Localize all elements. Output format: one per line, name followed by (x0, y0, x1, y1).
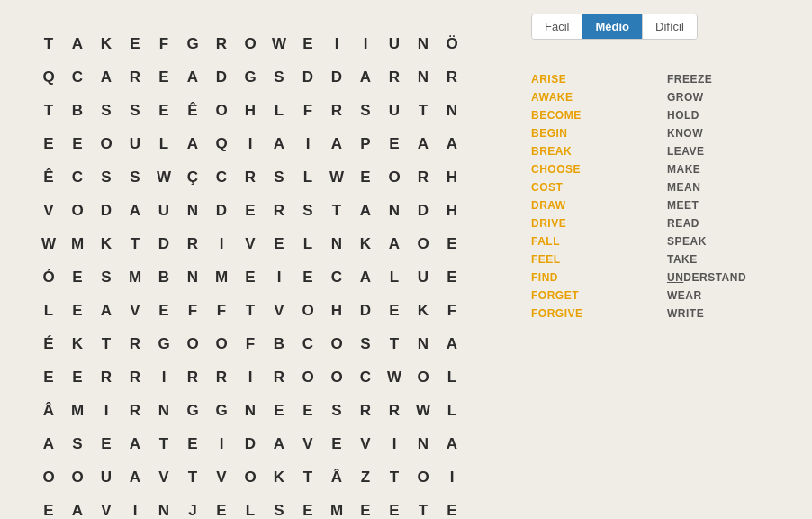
grid-cell[interactable]: O (295, 294, 320, 328)
grid-cell[interactable]: E (295, 27, 320, 61)
grid-cell[interactable]: D (209, 194, 234, 228)
difficulty-btn-fácil[interactable]: Fácil (532, 14, 582, 39)
grid-cell[interactable]: V (266, 294, 292, 328)
grid-cell[interactable]: V (151, 460, 176, 495)
grid-cell[interactable]: W (382, 360, 407, 395)
grid-cell[interactable]: O (324, 327, 349, 361)
grid-cell[interactable]: D (295, 60, 320, 95)
grid-cell[interactable]: S (122, 94, 148, 128)
verb-item-feel[interactable]: FEEL (531, 250, 658, 269)
grid-cell[interactable]: R (266, 360, 292, 395)
grid-cell[interactable]: A (65, 27, 90, 61)
grid-cell[interactable]: A (353, 60, 378, 95)
grid-cell[interactable]: N (180, 194, 205, 228)
grid-cell[interactable]: D (238, 427, 263, 461)
grid-cell[interactable]: O (209, 94, 234, 128)
grid-cell[interactable]: E (238, 260, 263, 295)
grid-cell[interactable]: R (209, 27, 234, 61)
grid-cell[interactable]: R (122, 327, 148, 361)
grid-cell[interactable]: A (439, 327, 465, 361)
verb-item-take[interactable]: TAKE (667, 250, 794, 269)
grid-cell[interactable]: A (439, 427, 465, 461)
grid-cell[interactable]: Ö (439, 27, 465, 61)
grid-cell[interactable]: Â (324, 460, 349, 495)
grid-cell[interactable]: J (180, 494, 205, 519)
grid-cell[interactable]: W (36, 227, 61, 261)
grid-cell[interactable]: Ê (180, 94, 205, 128)
grid-cell[interactable]: A (266, 127, 292, 161)
grid-cell[interactable]: I (382, 427, 407, 461)
grid-cell[interactable]: S (324, 394, 349, 428)
grid-cell[interactable]: A (353, 260, 378, 295)
grid-cell[interactable]: S (122, 160, 148, 195)
grid-cell[interactable]: E (382, 127, 407, 161)
grid-cell[interactable]: K (94, 27, 119, 61)
grid-cell[interactable]: L (266, 94, 292, 128)
grid-cell[interactable]: L (295, 227, 320, 261)
grid-cell[interactable]: K (266, 460, 292, 495)
grid-cell[interactable]: E (151, 60, 176, 95)
grid-cell[interactable]: W (324, 160, 349, 195)
grid-cell[interactable]: H (324, 294, 349, 328)
grid-cell[interactable]: N (180, 260, 205, 295)
verb-item-break[interactable]: BREAK (531, 142, 658, 160)
grid-cell[interactable]: R (94, 360, 119, 395)
grid-cell[interactable]: E (65, 360, 90, 395)
grid-cell[interactable]: R (122, 60, 148, 95)
grid-cell[interactable]: W (411, 394, 436, 428)
grid-cell[interactable]: E (266, 227, 292, 261)
grid-cell[interactable]: D (209, 60, 234, 95)
grid-cell[interactable]: A (353, 194, 378, 228)
grid-cell[interactable]: L (439, 360, 465, 395)
grid-cell[interactable]: O (238, 460, 263, 495)
grid-cell[interactable]: E (122, 27, 148, 61)
grid-cell[interactable]: T (411, 494, 436, 519)
verb-item-read[interactable]: READ (667, 214, 794, 232)
grid-cell[interactable]: C (209, 160, 234, 195)
grid-cell[interactable]: L (151, 127, 176, 161)
grid-cell[interactable]: I (238, 360, 263, 395)
verb-item-grow[interactable]: GROW (667, 88, 794, 106)
grid-cell[interactable]: A (36, 427, 61, 461)
grid-cell[interactable]: E (353, 494, 378, 519)
grid-cell[interactable]: F (238, 327, 263, 361)
grid-cell[interactable]: W (266, 27, 292, 61)
grid-cell[interactable]: S (295, 194, 320, 228)
grid-cell[interactable]: A (94, 60, 119, 95)
grid-cell[interactable]: S (94, 260, 119, 295)
grid-cell[interactable]: Â (36, 394, 61, 428)
verb-item-choose[interactable]: CHOOSE (531, 160, 658, 178)
grid-cell[interactable]: N (382, 194, 407, 228)
grid-cell[interactable]: V (94, 494, 119, 519)
grid-cell[interactable]: R (122, 360, 148, 395)
verb-item-meet[interactable]: MEET (667, 196, 794, 214)
grid-cell[interactable]: T (382, 460, 407, 495)
grid-cell[interactable]: G (180, 394, 205, 428)
grid-cell[interactable]: T (238, 294, 263, 328)
grid-cell[interactable]: E (209, 494, 234, 519)
grid-cell[interactable]: K (411, 294, 436, 328)
grid-cell[interactable]: A (122, 460, 148, 495)
grid-cell[interactable]: A (180, 60, 205, 95)
grid-cell[interactable]: D (151, 227, 176, 261)
grid-cell[interactable]: F (151, 27, 176, 61)
grid-cell[interactable]: Ó (36, 260, 61, 295)
verb-item-make[interactable]: MAKE (667, 160, 794, 178)
grid-cell[interactable]: D (411, 194, 436, 228)
grid-cell[interactable]: S (266, 160, 292, 195)
verb-item-know[interactable]: KNOW (667, 124, 794, 142)
grid-cell[interactable]: E (36, 360, 61, 395)
grid-cell[interactable]: G (209, 394, 234, 428)
grid-cell[interactable]: E (94, 427, 119, 461)
grid-cell[interactable]: K (353, 227, 378, 261)
grid-cell[interactable]: Q (209, 127, 234, 161)
grid-cell[interactable]: F (295, 94, 320, 128)
grid-cell[interactable]: Z (353, 460, 378, 495)
grid-cell[interactable]: E (439, 494, 465, 519)
verb-item-hold[interactable]: HOLD (667, 106, 794, 124)
grid-cell[interactable]: R (411, 160, 436, 195)
grid-cell[interactable]: B (151, 260, 176, 295)
grid-cell[interactable]: U (382, 94, 407, 128)
grid-cell[interactable]: O (324, 360, 349, 395)
verb-item-become[interactable]: BECOME (531, 106, 658, 124)
